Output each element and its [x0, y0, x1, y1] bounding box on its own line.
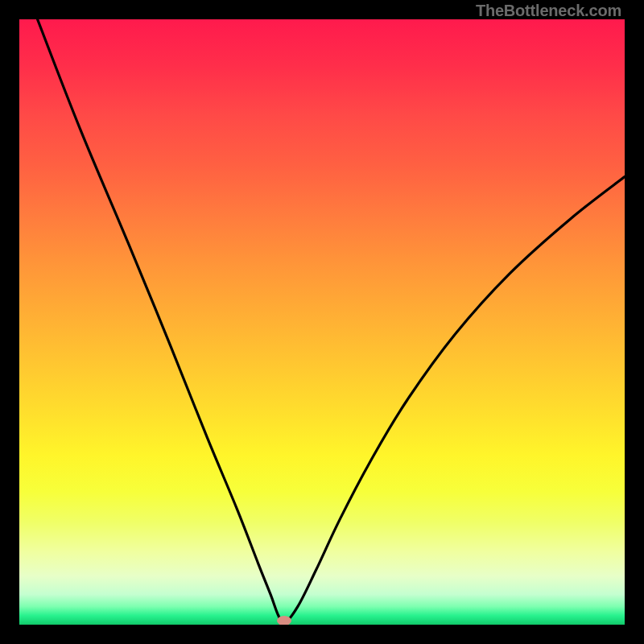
watermark-text: TheBottleneck.com: [476, 2, 621, 20]
min-marker: [277, 616, 291, 625]
plot-area: [19, 19, 625, 625]
bottleneck-curve: [19, 19, 625, 625]
chart-frame: TheBottleneck.com: [0, 0, 644, 644]
